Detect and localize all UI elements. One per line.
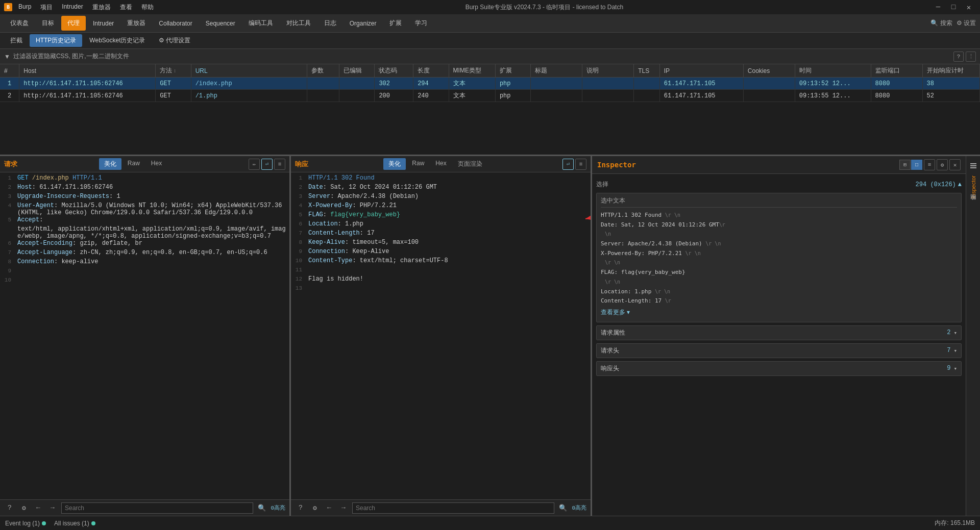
close-button[interactable]: ✕: [962, 2, 976, 12]
menu-burp[interactable]: Burp: [14, 2, 35, 13]
inspector-align-btn[interactable]: ≡: [924, 159, 935, 170]
settings-btn[interactable]: ⚙ 设置: [957, 19, 976, 28]
menu-icon-req[interactable]: ≡: [274, 159, 285, 170]
col-header-method[interactable]: 方法: [156, 64, 191, 78]
code-line: 8 Keep-Alive: timeout=5, max=100: [291, 239, 591, 248]
maximize-button[interactable]: □: [946, 2, 961, 12]
col-header-rtt[interactable]: 开始响应计时: [922, 64, 979, 78]
response-headers-header[interactable]: 响应头 9 ▾: [596, 361, 962, 376]
cell-tls: [634, 90, 659, 102]
search-input-req[interactable]: [61, 502, 253, 514]
sidebar-response-label[interactable]: 响应: [968, 203, 978, 207]
search-input-resp[interactable]: [352, 502, 554, 514]
tab-hex-resp[interactable]: Hex: [430, 158, 451, 170]
forward-icon-req[interactable]: →: [47, 502, 58, 514]
see-more-button[interactable]: 查看更多 ▾: [601, 306, 957, 319]
filter-help-button[interactable]: ?: [953, 52, 964, 62]
back-icon-req[interactable]: ←: [33, 502, 44, 514]
col-header-length[interactable]: 长度: [413, 64, 449, 78]
select-label: 选择: [596, 180, 608, 189]
right-sidebar: Inspector 响应: [966, 156, 980, 516]
nav-proxy[interactable]: 代理: [61, 16, 86, 31]
col-header-comment[interactable]: 说明: [582, 64, 634, 78]
table-row[interactable]: 1 http://61.147.171.105:62746 GET /index…: [0, 78, 980, 90]
code-line: 7 Accept-Language: zh-CN, zh;q=0.9, en;q…: [0, 249, 289, 258]
tab-beautify-resp[interactable]: 美化: [383, 158, 406, 170]
col-header-title[interactable]: 标题: [531, 64, 582, 78]
subnav-http-history[interactable]: HTTP历史记录: [30, 34, 82, 47]
view-split-btn[interactable]: ⊞: [899, 160, 911, 170]
search-btn[interactable]: 🔍 搜索: [930, 19, 952, 28]
col-header-url[interactable]: URL: [191, 64, 307, 78]
request-headers-header[interactable]: 请求头 7 ▾: [596, 343, 962, 358]
tab-beautify-req[interactable]: 美化: [99, 158, 121, 170]
tab-hex-req[interactable]: Hex: [146, 158, 167, 170]
menu-repeater[interactable]: 重放器: [88, 2, 115, 13]
response-code-area: 1 HTTP/1.1 302 Found 2 Date: Sat, 12 Oct…: [291, 172, 591, 499]
col-header-ext[interactable]: 扩展: [495, 64, 530, 78]
cell-cookies: [743, 90, 795, 102]
help-icon-resp[interactable]: ?: [295, 502, 306, 514]
forward-icon-resp[interactable]: →: [338, 502, 349, 514]
nav-decoder[interactable]: 编码工具: [242, 16, 279, 31]
nav-logger[interactable]: 日志: [318, 16, 342, 31]
col-header-host[interactable]: Host: [19, 64, 156, 78]
wrap-icon[interactable]: ⏎: [261, 159, 273, 170]
col-header-tls[interactable]: TLS: [634, 64, 659, 78]
settings-icon-req[interactable]: ⚙: [18, 502, 30, 514]
filter-more-button[interactable]: ⋮: [966, 52, 976, 62]
col-header-status[interactable]: 状态码: [375, 64, 413, 78]
cell-listener: 8080: [871, 90, 922, 102]
search-icon-req[interactable]: 🔍: [256, 502, 267, 514]
view-full-btn[interactable]: □: [911, 160, 922, 170]
tab-raw-resp[interactable]: Raw: [407, 158, 429, 170]
nav-extensions[interactable]: 扩展: [383, 16, 408, 31]
help-icon-req[interactable]: ?: [4, 502, 15, 514]
menu-help[interactable]: 帮助: [137, 2, 158, 13]
menu-icon-resp[interactable]: ≡: [575, 159, 586, 170]
nav-intruder[interactable]: Intruder: [87, 17, 120, 30]
sidebar-icon-top[interactable]: [968, 160, 979, 171]
col-header-mime[interactable]: MIME类型: [449, 64, 495, 78]
subnav-intercept[interactable]: 拦截: [4, 34, 29, 47]
cell-tls: [634, 78, 659, 90]
nav-dashboard[interactable]: 仪表盘: [4, 16, 35, 31]
col-header-cookies[interactable]: Cookies: [743, 64, 795, 78]
pencil-icon[interactable]: ✏: [249, 159, 260, 170]
inspector-close-btn[interactable]: ✕: [949, 159, 961, 170]
chevron-up-icon: ▲: [958, 181, 962, 188]
nav-learn[interactable]: 学习: [409, 16, 433, 31]
minimize-button[interactable]: ─: [931, 2, 945, 12]
col-header-ip[interactable]: IP: [659, 64, 743, 78]
subnav-websocket-history[interactable]: WebSocket历史记录: [83, 34, 151, 47]
sidebar-inspector-label[interactable]: Inspector: [969, 173, 977, 200]
col-header-listener[interactable]: 监听端口: [871, 64, 922, 78]
search-icon-resp[interactable]: 🔍: [557, 502, 569, 514]
event-log-item[interactable]: Event log (1): [5, 520, 46, 527]
inspector-gear-btn[interactable]: ⚙: [937, 159, 948, 170]
cell-rtt: 52: [922, 90, 979, 102]
nav-collaborator[interactable]: Collaborator: [153, 17, 198, 30]
tab-raw-req[interactable]: Raw: [122, 158, 145, 170]
nav-organizer[interactable]: Organizer: [344, 17, 383, 30]
nav-comparer[interactable]: 对比工具: [280, 16, 317, 31]
subnav-proxy-settings[interactable]: ⚙ 代理设置: [153, 34, 197, 47]
cell-mime: 文本: [449, 78, 495, 90]
highlight-count-req: 0高亮: [271, 504, 285, 512]
nav-sequencer[interactable]: Sequencer: [200, 17, 241, 30]
wrap-icon-resp[interactable]: ⏎: [562, 159, 574, 170]
back-icon-resp[interactable]: ←: [324, 502, 335, 514]
settings-icon-resp[interactable]: ⚙: [309, 502, 321, 514]
tab-render-resp[interactable]: 页面渲染: [453, 158, 487, 170]
main-nav: 仪表盘 目标 代理 Intruder 重放器 Collaborator Sequ…: [0, 14, 980, 33]
menu-project[interactable]: 项目: [36, 2, 57, 13]
all-issues-item[interactable]: All issues (1): [54, 520, 95, 527]
request-attributes-header[interactable]: 请求属性 2 ▾: [596, 325, 962, 340]
col-header-time[interactable]: 时间: [795, 64, 871, 78]
nav-repeater[interactable]: 重放器: [121, 16, 152, 31]
table-row[interactable]: 2 http://61.147.171.105:62746 GET /1.php…: [0, 90, 980, 102]
response-panel: 响应 美化 Raw Hex 页面渲染 ⏎ ≡ 1 HTTP/1.1 302 Fo…: [291, 156, 592, 516]
nav-target[interactable]: 目标: [36, 16, 60, 31]
menu-intruder[interactable]: Intruder: [58, 2, 87, 13]
menu-view[interactable]: 查看: [116, 2, 136, 13]
